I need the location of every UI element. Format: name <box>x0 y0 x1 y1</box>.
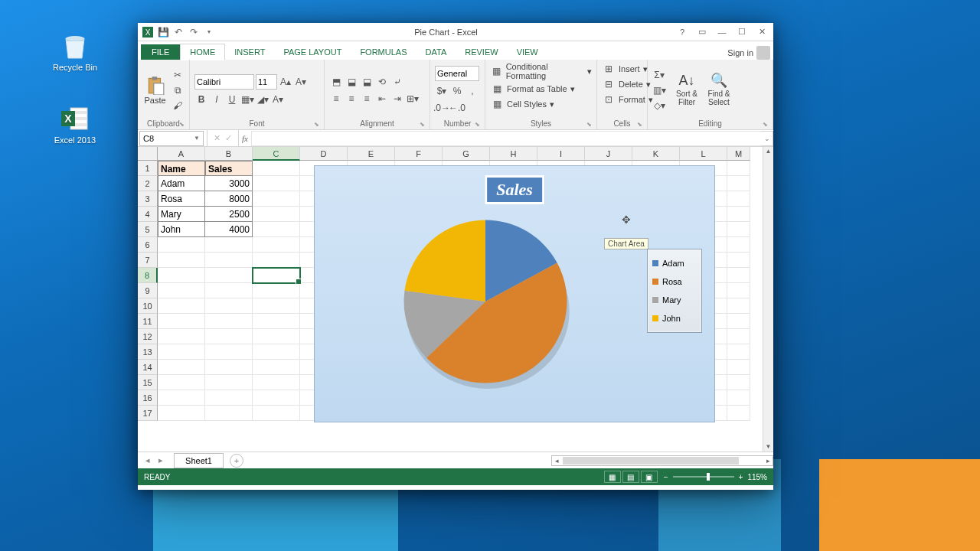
cell[interactable] <box>205 314 253 329</box>
grow-font-icon[interactable]: A▴ <box>279 75 292 89</box>
cell[interactable] <box>205 406 253 421</box>
row-header[interactable]: 4 <box>138 207 158 222</box>
cell[interactable] <box>253 298 300 314</box>
name-box[interactable]: C8▼ <box>139 131 204 146</box>
tab-data[interactable]: DATA <box>416 44 456 60</box>
maximize-button[interactable]: ☐ <box>733 25 751 39</box>
row-header[interactable]: 1 <box>138 161 158 176</box>
column-header[interactable]: E <box>348 147 395 161</box>
column-header[interactable]: G <box>443 147 490 161</box>
comma-icon[interactable]: , <box>466 84 479 98</box>
tab-formulas[interactable]: FORMULAS <box>351 44 416 60</box>
sheet-tab[interactable]: Sheet1 <box>174 453 224 468</box>
column-header[interactable]: H <box>490 147 537 161</box>
enter-formula-icon[interactable]: ✓ <box>225 133 232 143</box>
cell[interactable] <box>727 176 750 191</box>
cell[interactable] <box>205 360 253 375</box>
column-header[interactable]: M <box>727 147 750 161</box>
row-header[interactable]: 13 <box>138 344 158 360</box>
sort-filter-button[interactable]: A↓ Sort & Filter <box>672 62 701 118</box>
merge-center-icon[interactable]: ⊞▾ <box>406 92 420 106</box>
cell[interactable] <box>205 329 253 344</box>
chart-title[interactable]: Sales <box>485 175 544 204</box>
decrease-indent-icon[interactable]: ⇤ <box>375 92 389 106</box>
tab-insert[interactable]: INSERT <box>225 44 274 60</box>
font-name-combo[interactable] <box>194 74 254 90</box>
cell[interactable] <box>158 237 205 253</box>
table-cell[interactable]: 8000 <box>205 191 253 207</box>
zoom-out-icon[interactable]: − <box>664 473 668 481</box>
row-header[interactable]: 2 <box>138 176 158 191</box>
qat-dropdown-icon[interactable]: ▾ <box>202 25 216 39</box>
cell[interactable] <box>253 344 300 360</box>
shrink-font-icon[interactable]: A▾ <box>294 75 308 89</box>
row-header[interactable]: 3 <box>138 191 158 207</box>
cell[interactable] <box>158 406 205 421</box>
currency-icon[interactable]: $▾ <box>435 84 449 98</box>
font-color-button[interactable]: A▾ <box>271 93 285 106</box>
fill-color-button[interactable]: ◢▾ <box>256 93 270 106</box>
cell[interactable] <box>727 329 750 344</box>
cell[interactable] <box>253 207 300 222</box>
format-cells-button[interactable]: ⊡Format ▾ <box>602 93 653 106</box>
redo-icon[interactable]: ↷ <box>187 25 201 39</box>
cell[interactable] <box>205 268 253 283</box>
cell[interactable] <box>727 390 750 406</box>
horizontal-scrollbar[interactable]: ◂▸ <box>551 455 773 466</box>
align-right-icon[interactable]: ≡ <box>360 92 374 106</box>
cell[interactable] <box>253 360 300 375</box>
cell[interactable] <box>727 237 750 253</box>
ribbon-options-icon[interactable]: ▭ <box>693 25 711 39</box>
column-header[interactable]: L <box>680 147 727 161</box>
wrap-text-icon[interactable]: ⤶ <box>390 75 404 89</box>
formula-input[interactable] <box>251 131 761 146</box>
column-header[interactable]: B <box>205 147 253 161</box>
legend-item[interactable]: Adam <box>651 254 698 272</box>
legend-item[interactable]: Mary <box>651 291 698 309</box>
cell[interactable] <box>158 314 205 329</box>
cell[interactable] <box>205 390 253 406</box>
cell[interactable] <box>727 191 750 207</box>
page-layout-view-button[interactable]: ▤ <box>622 471 639 483</box>
table-cell[interactable]: Mary <box>158 207 205 222</box>
row-header[interactable]: 6 <box>138 237 158 253</box>
embedded-pie-chart[interactable]: Sales ✥ Chart Area AdamRosaMaryJohn <box>314 165 715 422</box>
row-header[interactable]: 12 <box>138 329 158 344</box>
tab-home[interactable]: HOME <box>180 44 225 60</box>
pie-slice[interactable] <box>404 220 485 302</box>
font-size-combo[interactable] <box>256 74 277 90</box>
cell[interactable] <box>253 253 300 268</box>
undo-icon[interactable]: ↶ <box>172 25 185 39</box>
copy-icon[interactable]: ⧉ <box>171 83 185 97</box>
normal-view-button[interactable]: ▦ <box>604 471 621 483</box>
cell[interactable] <box>158 360 205 375</box>
align-middle-icon[interactable]: ⬓ <box>345 75 358 89</box>
table-header-cell[interactable]: Name <box>158 161 205 176</box>
table-cell[interactable]: John <box>158 222 205 237</box>
align-bottom-icon[interactable]: ⬓ <box>360 75 374 89</box>
cell[interactable] <box>727 375 750 390</box>
row-header[interactable]: 7 <box>138 253 158 268</box>
underline-button[interactable]: U <box>225 93 239 106</box>
save-icon[interactable]: 💾 <box>156 25 170 39</box>
insert-cells-button[interactable]: ⊞Insert ▾ <box>602 62 653 76</box>
close-button[interactable]: ✕ <box>753 25 771 39</box>
cell[interactable] <box>158 253 205 268</box>
cell[interactable] <box>158 344 205 360</box>
cell[interactable] <box>727 161 750 176</box>
cell[interactable] <box>253 283 300 298</box>
cell[interactable] <box>727 406 750 421</box>
cell[interactable] <box>727 314 750 329</box>
cell[interactable] <box>158 298 205 314</box>
table-cell[interactable]: 4000 <box>205 222 253 237</box>
legend-item[interactable]: John <box>651 309 698 328</box>
increase-indent-icon[interactable]: ⇥ <box>390 92 404 106</box>
table-header-cell[interactable]: Sales <box>205 161 253 176</box>
column-header[interactable]: A <box>158 147 205 161</box>
vertical-scrollbar[interactable]: ▲▼ <box>763 147 773 452</box>
conditional-formatting-button[interactable]: ▦Conditional Formatting ▾ <box>490 62 592 80</box>
cell[interactable] <box>158 375 205 390</box>
desktop-excel2013[interactable]: X Excel 2013 <box>52 103 98 145</box>
increase-decimal-icon[interactable]: .0→ <box>435 101 449 115</box>
row-header[interactable]: 10 <box>138 298 158 314</box>
